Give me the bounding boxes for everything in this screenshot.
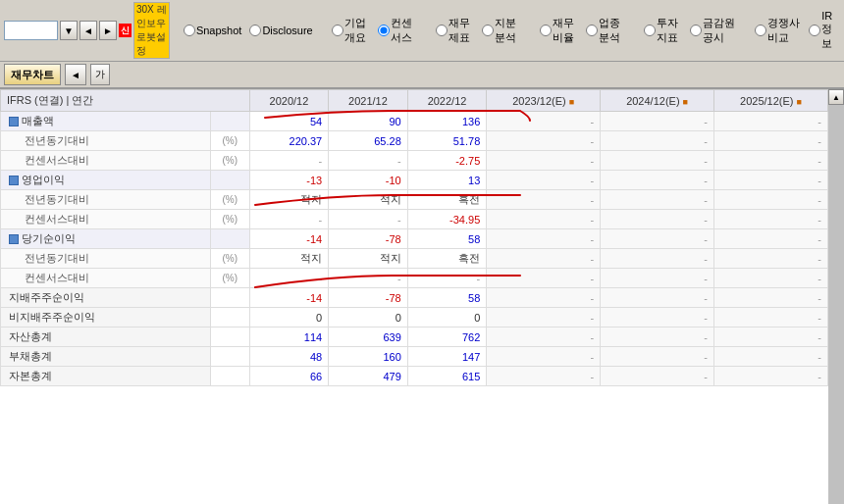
financial-table: IFRS (연결) | 연간 2020/12 2021/12 2022/12 2… (0, 89, 828, 386)
value-cell: - (487, 210, 601, 229)
dropdown-btn[interactable]: ▼ (60, 21, 78, 40)
value-cell: - (487, 288, 601, 308)
value-cell: 적지 (249, 190, 329, 210)
value-cell: 58 (407, 288, 487, 308)
value-cell: - (487, 308, 601, 328)
value-cell: -10 (329, 171, 408, 190)
pct-cell (210, 367, 249, 386)
value-cell: - (601, 171, 714, 190)
radio-ir[interactable] (809, 25, 820, 36)
table-row: 자본총계66479615--- (1, 367, 828, 386)
value-cell: - (714, 131, 828, 151)
row-label: 자본총계 (1, 367, 211, 386)
section-icon[interactable] (9, 176, 19, 185)
value-cell: - (714, 171, 828, 190)
radio-ratio-label[interactable]: 재무비율 (540, 16, 578, 45)
radio-company-label[interactable]: 기업개요 (332, 16, 370, 45)
value-cell: 54 (249, 112, 329, 131)
radio-financial[interactable] (436, 25, 448, 36)
value-cell: - (487, 229, 601, 249)
value-cell: 615 (407, 367, 487, 386)
pct-cell: (%) (210, 249, 249, 269)
radio-disclosure-label[interactable]: Disclosure (249, 25, 312, 36)
radio-subsidy[interactable] (690, 25, 702, 36)
header-label: IFRS (연결) | 연간 (1, 90, 250, 112)
radio-equity[interactable] (482, 25, 494, 36)
row-label: 컨센서스대비 (1, 269, 211, 288)
value-cell: 114 (249, 328, 329, 347)
row-label: 전년동기대비 (1, 131, 211, 151)
value-cell: - (487, 190, 601, 210)
radio-subsidy-label[interactable]: 금감원공시 (690, 16, 736, 45)
next-btn[interactable]: ► (99, 21, 117, 40)
value-cell: - (714, 269, 828, 288)
section-icon[interactable] (9, 117, 19, 126)
radio-equity-label[interactable]: 지분분석 (482, 16, 520, 45)
value-cell: - (714, 229, 828, 249)
table-row: 비지배주주순이익000--- (1, 308, 828, 328)
row-label-text: 매출액 (22, 114, 54, 128)
prev-btn[interactable]: ◄ (79, 21, 97, 40)
section-icon[interactable] (9, 234, 19, 244)
radio-investment[interactable] (644, 25, 656, 36)
stock-code-input[interactable]: 277810 (4, 21, 58, 40)
radio-financial-label[interactable]: 재무제표 (436, 16, 474, 45)
pct-cell (210, 229, 249, 249)
ga-btn[interactable]: 가 (90, 64, 110, 85)
pct-cell (210, 288, 249, 308)
radio-company[interactable] (332, 25, 343, 36)
radio-consensus-label[interactable]: 컨센서스 (378, 16, 416, 45)
value-cell: - (487, 269, 601, 288)
radio-industry[interactable] (586, 25, 598, 36)
table-row: 전년동기대비(%)적지적지흑전--- (1, 249, 828, 269)
scroll-track[interactable] (828, 105, 844, 504)
pct-cell: (%) (210, 190, 249, 210)
value-cell: 479 (329, 367, 408, 386)
table-wrapper: IFRS (연결) | 연간 2020/12 2021/12 2022/12 2… (0, 89, 828, 386)
col-2025e: 2025/12(E) ■ (714, 90, 828, 112)
value-cell: 적지 (329, 249, 408, 269)
value-cell: - (714, 308, 828, 328)
value-cell: - (714, 347, 828, 367)
radio-competition[interactable] (755, 25, 766, 36)
toolbar-row1: 277810 ▼ ◄ ► 신 30X 레인보우로봇설정 Snapshot Dis… (0, 0, 844, 62)
table-header-row: IFRS (연결) | 연간 2020/12 2021/12 2022/12 2… (1, 90, 828, 112)
radio-ir-label[interactable]: IR정보 (809, 10, 840, 51)
radio-snapshot[interactable] (184, 25, 195, 36)
radio-group-3: 재무제표 지분분석 (436, 16, 521, 45)
radio-group-2: 기업개요 컨센서스 (332, 16, 417, 45)
value-cell: -78 (329, 288, 408, 308)
radio-consensus[interactable] (378, 25, 390, 36)
value-cell: - (329, 269, 408, 288)
scrollbar[interactable]: ▲ ▼ (828, 89, 844, 504)
value-cell: - (487, 367, 601, 386)
section-label: 당기순이익 (1, 229, 211, 249)
radio-investment-label[interactable]: 투자지표 (644, 16, 682, 45)
chart-button[interactable]: 재무차트 (4, 64, 61, 85)
value-cell: 220.37 (249, 131, 329, 151)
value-cell: -34.95 (407, 210, 487, 229)
pct-cell (210, 347, 249, 367)
value-cell: - (601, 229, 714, 249)
radio-ratio[interactable] (540, 25, 552, 36)
radio-competition-label[interactable]: 경쟁사비교 (755, 16, 801, 45)
value-cell: - (714, 367, 828, 386)
table-row: 부채총계48160147--- (1, 347, 828, 367)
radio-industry-label[interactable]: 업종분석 (586, 16, 624, 45)
value-cell: -78 (329, 229, 408, 249)
radio-snapshot-label[interactable]: Snapshot (184, 25, 241, 36)
value-cell: - (601, 367, 714, 386)
value-cell: - (601, 288, 714, 308)
value-cell: - (714, 288, 828, 308)
prev-icon-btn[interactable]: ◄ (65, 64, 86, 85)
row-label: 컨센서스대비 (1, 210, 211, 229)
radio-disclosure[interactable] (249, 25, 261, 36)
value-cell: -14 (249, 288, 329, 308)
section-label: 영업이익 (1, 171, 211, 190)
row-label: 자산총계 (1, 328, 211, 347)
scroll-up-arrow[interactable]: ▲ (828, 89, 844, 105)
pct-cell: (%) (210, 151, 249, 171)
radio-group-4: 재무비율 업종분석 (540, 16, 625, 45)
value-cell: -13 (249, 171, 329, 190)
table-row: 자산총계114639762--- (1, 328, 828, 347)
